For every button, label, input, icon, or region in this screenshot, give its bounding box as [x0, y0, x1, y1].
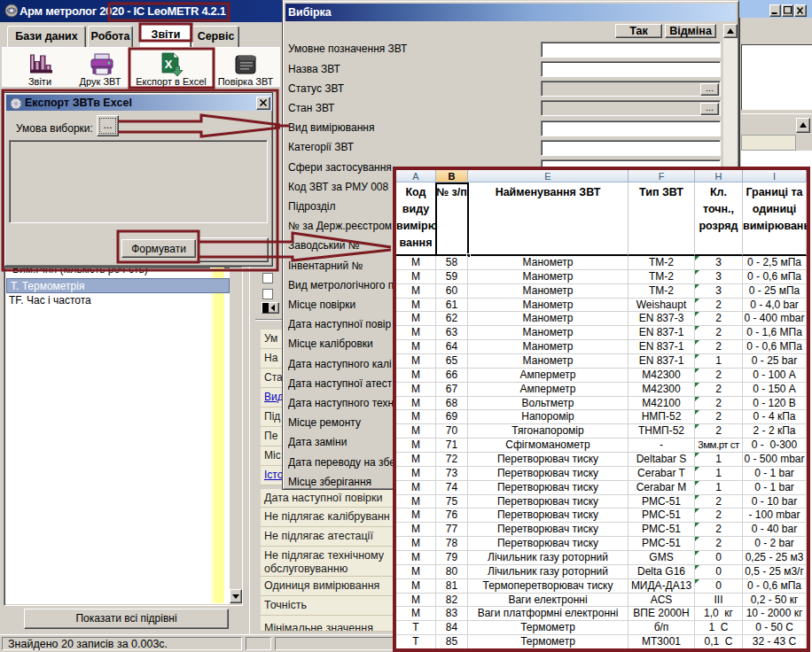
- svg-text:X: X: [165, 58, 173, 71]
